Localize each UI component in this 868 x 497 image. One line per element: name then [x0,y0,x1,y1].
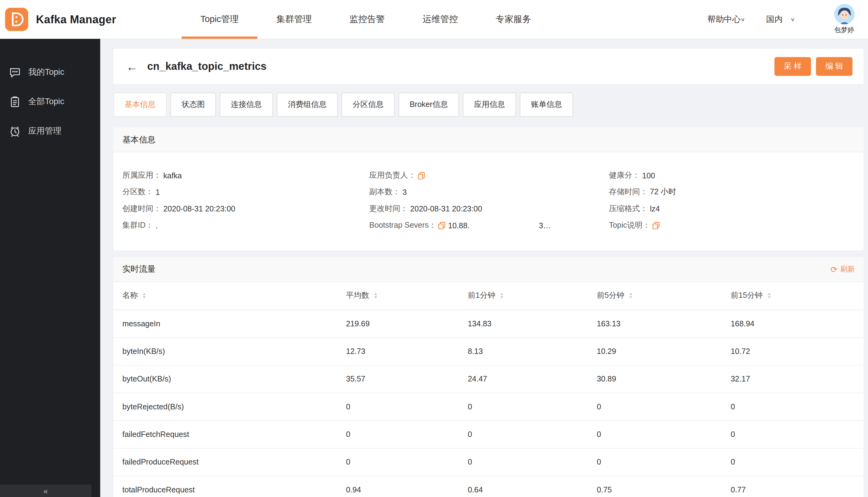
table-row: messageIn 219.69 134.83 163.13 168.94 [114,310,864,337]
screen: Kafka Manager Topic管理 集群管理 监控告警 运维管控 专家服… [0,0,868,497]
back-arrow-icon[interactable]: ← [126,61,138,72]
page-title: cn_kafka_topic_metrics [147,60,266,73]
sort-icon[interactable]: ▲▼ [374,293,378,299]
brand-name: Kafka Manager [36,13,116,26]
field-compression-format: 压缩格式： lz4 [609,200,855,217]
main-nav: Topic管理 集群管理 监控告警 运维管控 专家服务 [182,0,550,39]
nav-cluster-management[interactable]: 集群管理 [258,0,331,39]
column-header-average: 平均数 [346,290,370,301]
sort-icon[interactable]: ▲▼ [767,293,771,299]
title-actions: 采 样 编 辑 [775,57,853,76]
sidebar-item-label: 全部Topic [28,96,64,106]
metrics-table: 名称▲▼ 平均数▲▼ 前1分钟▲▼ 前5分钟▲▼ 前15分钟▲▼ message… [114,282,864,497]
sidebar-collapse-toggle[interactable]: « [0,484,91,497]
field-health-score: 健康分： 100 [609,167,855,184]
brand[interactable]: Kafka Manager [0,0,182,39]
tab-consumer-group-info[interactable]: 消费组信息 [277,93,338,117]
topic-title-card: ← cn_kafka_topic_metrics 采 样 编 辑 [114,49,864,84]
sidebar-menu: 我的Topic 全部Topic 应用管理 [0,39,100,146]
clipboard-icon [9,96,21,108]
sidebar-item-all-topic[interactable]: 全部Topic [0,87,100,116]
alarm-icon [9,125,21,137]
nav-monitoring-alerts[interactable]: 监控告警 [331,0,404,39]
refresh-label: 刷新 [840,264,855,274]
app-logo-icon [5,8,28,31]
refresh-icon: ⟳ [830,265,838,273]
table-row: byteIn(KB/s) 12.73 8.13 10.29 10.72 [114,337,864,365]
user-profile[interactable]: 包梦婷 [829,4,868,35]
field-topic-description: Topic说明： [609,217,855,234]
sidebar-item-label: 我的Topic [28,67,64,77]
field-replica-count: 副本数： 3 [370,184,609,200]
field-retention-time: 存储时间： 72 小时 [609,184,855,200]
tab-partition-info[interactable]: 分区信息 [342,93,395,117]
field-modify-time: 更改时间： 2020-08-31 20:23:00 [370,200,609,217]
tab-status-chart[interactable]: 状态图 [171,93,216,117]
field-owning-app: 所属应用： kafka [122,167,369,184]
section-title: 实时流量 [122,264,155,274]
tab-broker-info[interactable]: Broker信息 [399,93,459,117]
header-right: 帮助中心 ∨ 国内 ∨ 包梦婷 [708,0,868,39]
avatar [834,4,855,25]
table-header-row: 名称▲▼ 平均数▲▼ 前1分钟▲▼ 前5分钟▲▼ 前15分钟▲▼ [114,282,864,310]
tab-app-info[interactable]: 应用信息 [463,93,516,117]
refresh-button[interactable]: ⟳ 刷新 [830,264,855,274]
basic-info-section-header: 基本信息 [114,127,864,152]
field-app-owner: 应用负责人： [370,167,609,184]
realtime-section-header: 实时流量 ⟳ 刷新 [114,257,864,282]
realtime-traffic-card: 实时流量 ⟳ 刷新 名称▲▼ 平均数▲▼ 前1分钟▲▼ 前5分钟▲▼ 前15分钟… [114,257,864,497]
table-row: failedFetchRequest 0 0 0 0 [114,421,864,448]
sidebar-item-app-management[interactable]: 应用管理 [0,116,100,146]
tab-connection-info[interactable]: 连接信息 [220,93,273,117]
chat-bubble-icon [9,66,21,79]
detail-tabs: 基本信息 状态图 连接信息 消费组信息 分区信息 Broker信息 应用信息 账… [114,93,864,117]
region-label: 国内 [766,14,783,25]
field-cluster-id: 集群ID： . [122,217,369,234]
table-row: totalProduceRequest 0.94 0.64 0.75 0.77 [114,476,864,497]
column-header-last-15-min: 前15分钟 [731,290,763,301]
table-row: byteOut(KB/s) 35.57 24.47 30.89 32.17 [114,365,864,393]
sort-icon[interactable]: ▲▼ [500,293,504,299]
help-center-menu[interactable]: 帮助中心 ∨ [708,14,745,25]
basic-info-card: 基本信息 所属应用： kafka 应用负责人： 健康分： 100 [114,127,864,250]
sample-button[interactable]: 采 样 [775,57,811,76]
top-header: Kafka Manager Topic管理 集群管理 监控告警 运维管控 专家服… [0,0,868,39]
collapse-icon: « [43,486,48,496]
main-content: ← cn_kafka_topic_metrics 采 样 编 辑 基本信息 状态… [100,39,868,497]
section-title: 基本信息 [122,134,155,145]
tab-billing-info[interactable]: 账单信息 [520,93,573,117]
user-name: 包梦婷 [834,26,854,35]
sort-icon[interactable]: ▲▼ [142,293,146,299]
nav-ops-control[interactable]: 运维管控 [404,0,477,39]
copy-icon[interactable] [418,172,425,179]
column-header-name: 名称 [122,290,138,301]
sidebar-item-label: 应用管理 [28,126,61,136]
chevron-down-icon: ∨ [741,16,745,23]
column-header-last-5-min: 前5分钟 [597,290,624,301]
tab-basic-info[interactable]: 基本信息 [114,93,167,117]
region-selector[interactable]: 国内 ∨ [766,14,795,25]
table-row: byteRejected(B/s) 0 0 0 0 [114,393,864,420]
basic-info-details: 所属应用： kafka 应用负责人： 健康分： 100 分区数： 1 [114,152,864,250]
app: Kafka Manager Topic管理 集群管理 监控告警 运维管控 专家服… [0,0,868,497]
column-header-last-1-min: 前1分钟 [468,290,495,301]
chevron-down-icon: ∨ [791,16,795,23]
field-bootstrap-servers: Bootstrap Severs： 10.88. 3… [370,217,609,234]
table-row: failedProduceRequest 0 0 0 0 [114,448,864,475]
nav-topic-management[interactable]: Topic管理 [182,0,258,39]
copy-icon[interactable] [652,222,660,229]
field-create-time: 创建时间： 2020-08-31 20:23:00 [122,200,369,217]
edit-button[interactable]: 编 辑 [816,57,852,76]
sort-icon[interactable]: ▲▼ [629,293,633,299]
sidebar-item-my-topic[interactable]: 我的Topic [0,58,100,87]
field-partition-count: 分区数： 1 [122,184,369,200]
copy-icon[interactable] [438,222,446,229]
help-center-label: 帮助中心 [708,14,741,25]
nav-expert-service[interactable]: 专家服务 [477,0,550,39]
sidebar: 我的Topic 全部Topic 应用管理 [0,39,100,497]
